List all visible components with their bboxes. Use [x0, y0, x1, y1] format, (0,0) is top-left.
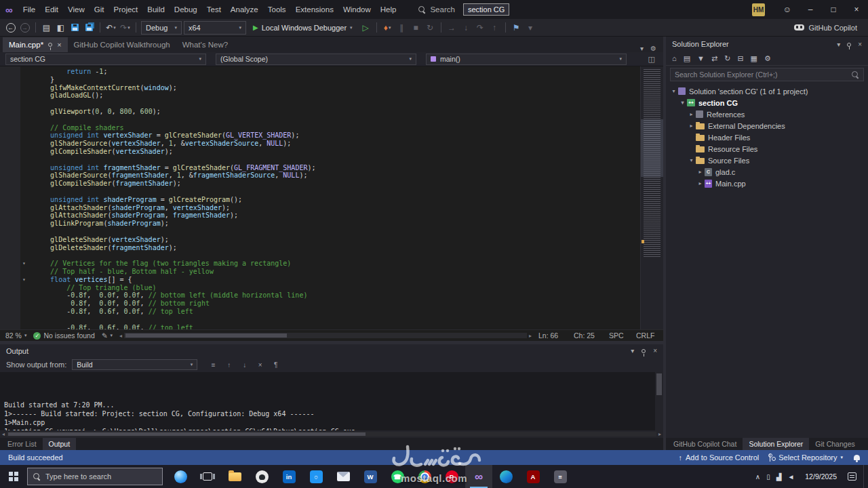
menu-window[interactable]: Window — [338, 3, 376, 16]
pin-icon[interactable] — [48, 43, 52, 47]
undo-icon[interactable]: ↶▾ — [104, 21, 117, 35]
save-all-icon[interactable] — [83, 21, 96, 35]
split-window-icon[interactable]: ◫ — [648, 55, 658, 64]
expand-icon[interactable]: ▸ — [696, 180, 704, 186]
scope-dropdown[interactable]: (Global Scope) ▾ — [216, 54, 416, 65]
pinterest-icon[interactable]: P — [438, 465, 465, 488]
close-button[interactable]: × — [845, 0, 868, 19]
start-debugging-button[interactable]: ▶ Local Windows Debugger ▾ — [248, 21, 357, 35]
menu-extensions[interactable]: Extensions — [291, 3, 338, 16]
maximize-button[interactable]: □ — [822, 0, 845, 19]
whatsapp-icon[interactable]: ☎ — [384, 465, 411, 488]
menu-test[interactable]: Test — [202, 3, 226, 16]
home-icon[interactable]: ⌂ — [672, 54, 677, 62]
restart-icon[interactable]: ↻ — [424, 21, 437, 35]
member-dropdown[interactable]: main() ▾ — [426, 54, 627, 65]
clear-all-icon[interactable]: × — [255, 360, 265, 370]
break-all-icon[interactable]: ∥ — [395, 21, 408, 35]
show-next-statement-icon[interactable]: → — [446, 21, 458, 35]
github-copilot-status[interactable]: GitHub Copilot — [794, 24, 864, 32]
panel-tab-github-copilot-chat[interactable]: GitHub Copilot Chat — [667, 438, 743, 450]
scrollbar-thumb[interactable] — [8, 432, 366, 436]
select-repository-button[interactable]: Select Repository ▾ — [770, 453, 843, 462]
output-horizontal-scrollbar[interactable]: ◂ ▸ — [0, 430, 663, 438]
scrollbar-track[interactable] — [7, 432, 656, 436]
solution-configuration-dropdown[interactable]: Debug ▾ — [141, 21, 182, 35]
scrollbar-thumb[interactable] — [125, 333, 287, 338]
scroll-right-icon[interactable]: ▸ — [529, 333, 532, 339]
code-editor[interactable]: return -1; } glfwMakeContextCurrent(wind… — [0, 66, 663, 329]
action-center-icon[interactable] — [848, 472, 856, 481]
find-message-icon[interactable]: ≡ — [208, 360, 218, 370]
tree-item-solution-section-cg-1-of-1-project[interactable]: ▾Solution 'section CG' (1 of 1 project) — [666, 85, 868, 97]
close-icon[interactable]: × — [653, 347, 657, 354]
document-health-indicator[interactable]: ✓ No issues found — [33, 331, 94, 340]
expand-icon[interactable]: ▸ — [688, 123, 695, 129]
sync-with-active-document-icon[interactable]: ⇄ — [711, 54, 717, 63]
edge-icon[interactable] — [492, 465, 519, 488]
account-badge[interactable]: HM — [752, 3, 765, 16]
filter-icon[interactable]: ▼ — [697, 54, 705, 62]
scrollbar-track[interactable] — [124, 333, 527, 338]
switch-views-icon[interactable]: ▤ — [684, 54, 690, 63]
properties-icon[interactable]: ⚙ — [764, 54, 771, 63]
add-to-source-control-button[interactable]: ↑ Add to Source Control — [679, 453, 760, 462]
navigate-forward-icon[interactable]: → — [18, 21, 31, 35]
navigate-back-icon[interactable]: ← — [4, 21, 17, 35]
tab-options-icon[interactable]: ⚙ — [650, 45, 656, 52]
menu-git[interactable]: Git — [90, 3, 109, 16]
network-icon[interactable]: ▟ — [776, 473, 782, 481]
close-icon[interactable]: × — [858, 41, 862, 48]
visual-studio-icon[interactable]: ∞ — [465, 465, 492, 488]
step-out-icon[interactable]: ↑ — [488, 21, 501, 35]
file-explorer-icon[interactable] — [221, 465, 248, 488]
line-ending-indicator[interactable]: CRLF — [636, 331, 658, 340]
battery-icon[interactable]: ▯ — [766, 473, 770, 481]
feedback-icon[interactable]: ☺ — [776, 0, 799, 19]
cortana-icon[interactable] — [167, 465, 194, 488]
tree-item-glad-c[interactable]: ▸Cglad.c — [666, 166, 868, 178]
output-log[interactable]: Build started at 7:20 PM...1>------ Buil… — [0, 372, 663, 430]
menu-analyze[interactable]: Analyze — [226, 3, 263, 16]
fold-collapse-icon[interactable]: ▾ — [22, 260, 26, 268]
tree-item-section-cg[interactable]: ▾++section CG — [666, 97, 868, 108]
go-to-next-message-icon[interactable]: ↓ — [239, 360, 250, 370]
mail-icon[interactable] — [330, 465, 357, 488]
project-dropdown[interactable]: section CG ▾ — [5, 54, 206, 65]
collapse-icon[interactable]: ▾ — [688, 157, 695, 163]
show-desktop-button[interactable] — [863, 465, 867, 488]
menu-build[interactable]: Build — [142, 3, 170, 16]
solution-platform-dropdown[interactable]: x64 ▾ — [184, 21, 246, 35]
hot-reload-icon[interactable]: ♦▾ — [381, 21, 394, 35]
expand-icon[interactable]: ▸ — [696, 169, 704, 175]
scroll-left-icon[interactable]: ◂ — [119, 333, 122, 339]
toolbar-options-icon[interactable]: ▾ — [524, 21, 537, 35]
output-vertical-scrollbar[interactable] — [655, 372, 663, 430]
search-value-box[interactable]: section CG — [463, 3, 509, 16]
minimap-viewport[interactable] — [641, 119, 663, 177]
window-position-chevron-icon[interactable]: ▾ — [631, 347, 634, 354]
start-button[interactable] — [0, 465, 27, 488]
photos-icon[interactable]: ○ — [302, 465, 330, 488]
step-over-icon[interactable]: ↷ — [474, 21, 487, 35]
tree-item-references[interactable]: ▸References — [666, 108, 868, 120]
tree-item-source-files[interactable]: ▾Source Files — [666, 155, 868, 166]
collapse-icon[interactable]: ▾ — [670, 88, 677, 94]
taskbar-search[interactable]: Type here to search — [27, 468, 163, 485]
tree-item-main-cpp[interactable]: ▸++Main.cpp — [666, 178, 868, 189]
menu-edit[interactable]: Edit — [40, 3, 63, 16]
run-without-debugging-icon[interactable]: ▷ — [359, 21, 372, 35]
zoom-selector[interactable]: 82 % ▾ — [5, 331, 26, 340]
stop-icon[interactable]: ■ — [410, 21, 422, 35]
generic-app-icon[interactable]: ≡ — [547, 465, 574, 488]
redo-icon[interactable]: ↷▾ — [119, 21, 132, 35]
tree-item-resource-files[interactable]: Resource Files — [666, 143, 868, 155]
menu-debug[interactable]: Debug — [170, 3, 202, 16]
panel-tab-error-list[interactable]: Error List — [1, 438, 43, 450]
taskbar-clock[interactable]: 12/9/2025 — [801, 472, 841, 481]
add-item-icon[interactable]: ◧ — [54, 21, 67, 35]
tab-what-s-new[interactable]: What's New? — [176, 37, 234, 52]
save-icon[interactable] — [68, 21, 81, 35]
linkedin-icon[interactable]: in — [275, 465, 302, 488]
tab-main-cpp[interactable]: Main.cpp*× — [3, 37, 68, 52]
